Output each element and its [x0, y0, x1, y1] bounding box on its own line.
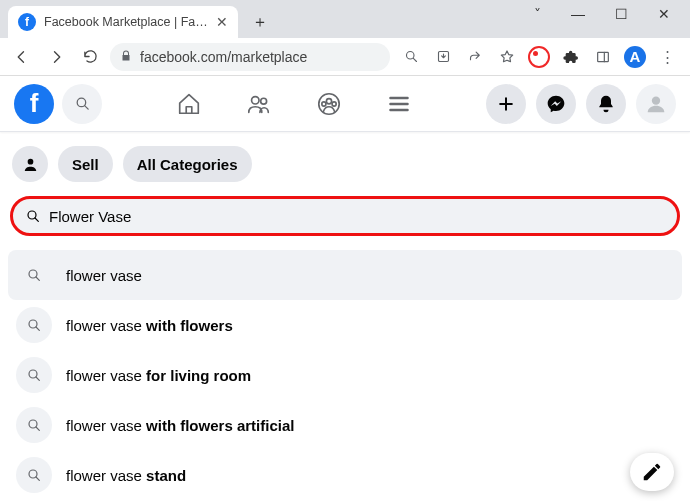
facebook-logo[interactable]: f [14, 84, 54, 124]
all-categories-button[interactable]: All Categories [123, 146, 252, 182]
record-extension-icon[interactable] [528, 46, 550, 68]
close-window-icon[interactable]: ✕ [658, 6, 670, 22]
side-panel-icon[interactable] [592, 46, 614, 68]
browser-tab[interactable]: f Facebook Marketplace | Facebook ✕ [8, 6, 238, 38]
home-icon[interactable] [175, 90, 203, 118]
search-icon [16, 307, 52, 343]
url-text: facebook.com/marketplace [140, 49, 307, 65]
search-suggestions: flower vase flower vase with flowers flo… [0, 244, 690, 501]
svg-point-0 [406, 52, 414, 60]
reload-button[interactable] [76, 43, 104, 71]
new-message-fab[interactable] [630, 453, 674, 491]
close-tab-icon[interactable]: ✕ [216, 14, 228, 30]
svg-point-8 [322, 101, 326, 105]
friends-icon[interactable] [245, 90, 273, 118]
marketplace-search-input[interactable] [49, 208, 665, 225]
svg-point-7 [326, 98, 331, 103]
svg-point-10 [652, 96, 660, 104]
messenger-button[interactable] [536, 84, 576, 124]
omnibox[interactable]: facebook.com/marketplace [110, 43, 390, 71]
facebook-search-button[interactable] [62, 84, 102, 124]
suggestion-text: flower vase stand [66, 467, 186, 484]
suggestion-item[interactable]: flower vase with flowers [8, 300, 682, 350]
notifications-button[interactable] [586, 84, 626, 124]
forward-button[interactable] [42, 43, 70, 71]
facebook-header: f [0, 76, 690, 132]
svg-rect-2 [598, 52, 609, 61]
suggestion-text: flower vase [66, 267, 142, 284]
search-icon [16, 407, 52, 443]
svg-point-4 [252, 96, 259, 103]
svg-point-5 [261, 98, 267, 104]
lock-icon [120, 50, 132, 64]
suggestion-item[interactable]: flower vase [8, 250, 682, 300]
create-button[interactable] [486, 84, 526, 124]
extensions-puzzle-icon[interactable] [560, 46, 582, 68]
menu-icon[interactable] [385, 90, 413, 118]
maximize-icon[interactable]: ☐ [615, 6, 628, 22]
center-nav [102, 90, 486, 118]
chevron-down-icon[interactable]: ˅ [534, 6, 541, 22]
marketplace-bar: Sell All Categories [0, 132, 690, 192]
suggestion-text: flower vase with flowers artificial [66, 417, 294, 434]
facebook-favicon: f [18, 13, 36, 31]
svg-point-9 [332, 101, 336, 105]
search-icon [16, 357, 52, 393]
search-icon [16, 257, 52, 293]
new-tab-button[interactable]: ＋ [246, 8, 274, 36]
minimize-icon[interactable]: ― [571, 6, 585, 22]
marketplace-search[interactable] [10, 196, 680, 236]
profile-avatar[interactable]: A [624, 46, 646, 68]
groups-icon[interactable] [315, 90, 343, 118]
suggestion-text: flower vase for living room [66, 367, 251, 384]
install-icon[interactable] [432, 46, 454, 68]
account-button[interactable] [636, 84, 676, 124]
suggestion-text: flower vase with flowers [66, 317, 233, 334]
tab-title: Facebook Marketplace | Facebook [44, 15, 208, 29]
you-button[interactable] [12, 146, 48, 182]
window-controls: ˅ ― ☐ ✕ [514, 0, 690, 28]
bookmark-star-icon[interactable] [496, 46, 518, 68]
address-bar: facebook.com/marketplace A ⋮ [0, 38, 690, 76]
search-icon [25, 208, 41, 224]
back-button[interactable] [8, 43, 36, 71]
toolbar-icons: A ⋮ [396, 46, 682, 68]
sell-button[interactable]: Sell [58, 146, 113, 182]
suggestion-item[interactable]: flower vase for living room [8, 350, 682, 400]
suggestion-item[interactable]: flower vase with flowers artificial [8, 400, 682, 450]
search-icon [16, 457, 52, 493]
right-nav [486, 84, 676, 124]
share-icon[interactable] [464, 46, 486, 68]
kebab-menu-icon[interactable]: ⋮ [656, 46, 678, 68]
svg-point-11 [27, 158, 33, 164]
search-page-icon[interactable] [400, 46, 422, 68]
suggestion-item[interactable]: flower vase stand [8, 450, 682, 500]
